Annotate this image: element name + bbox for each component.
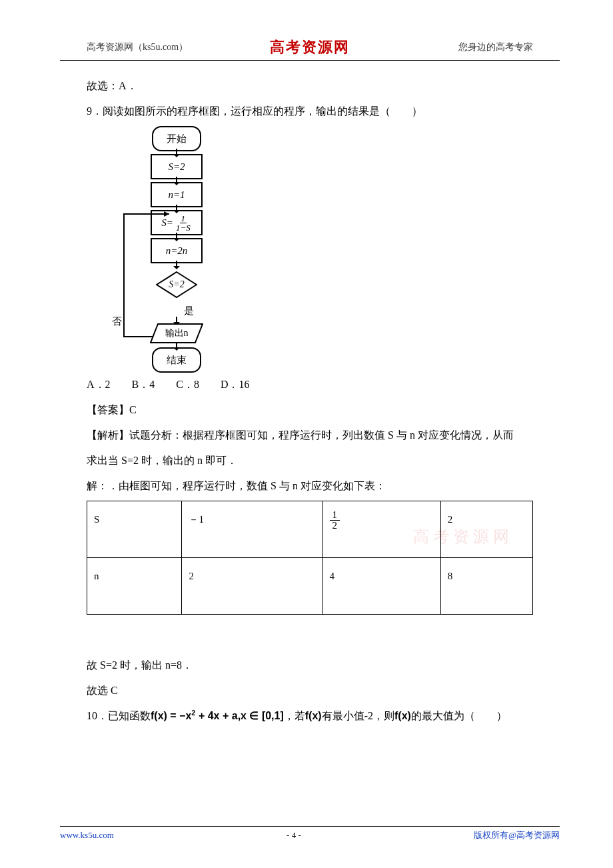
footer-left: www.ks5u.com bbox=[60, 830, 114, 841]
table-row: n 2 4 8 bbox=[87, 558, 533, 615]
flow-update-s-den: 1−S bbox=[175, 223, 192, 232]
cell-s-3: 2 bbox=[440, 501, 532, 558]
q10-mid: ，若 bbox=[284, 710, 305, 721]
cell-n-1: 2 bbox=[182, 558, 322, 615]
page-header: 高考资源网（ks5u.com） 高考资源网 您身边的高考专家 bbox=[60, 40, 560, 61]
q9-analysis-1: 【解析】试题分析：根据程序框图可知，程序运行时，列出数值 S 与 n 对应变化情… bbox=[87, 425, 533, 446]
flow-decision: S=2 bbox=[156, 271, 197, 298]
cell-s-header: S bbox=[87, 501, 182, 558]
flow-decision-label: S=2 bbox=[169, 275, 184, 294]
q9-flowchart: 开始 S=2 n=1 S= 1 1−S bbox=[120, 126, 233, 373]
prev-answer-conclusion: 故选：A． bbox=[87, 75, 533, 97]
q9-post-1: 故 S=2 时，输出 n=8． bbox=[87, 655, 533, 676]
q10-prefix: 10．已知函数 bbox=[87, 710, 151, 721]
header-center: 高考资源网 bbox=[270, 37, 350, 57]
q9-options: A．2 B．4 C．8 D．16 bbox=[87, 374, 533, 395]
header-right: 您身边的高考专家 bbox=[458, 41, 533, 53]
cell-n-3: 8 bbox=[440, 558, 532, 615]
cell-n-header: n bbox=[87, 558, 182, 615]
document-body: 故选：A． 9．阅读如图所示的程序框图，运行相应的程序，输出的结果是（ ） 开始… bbox=[60, 75, 560, 727]
cell-s-2-den: 2 bbox=[330, 521, 340, 531]
flow-output: 输出n bbox=[150, 323, 203, 343]
flow-yes-label: 是 bbox=[184, 301, 194, 321]
table-row: S －1 1 2 2 bbox=[87, 501, 533, 558]
q10-func: f(x) = −x2 + 4x + a,x ∈ [0,1] bbox=[151, 710, 284, 721]
cell-n-2: 4 bbox=[322, 558, 440, 615]
q10-fx: f(x) bbox=[305, 710, 322, 721]
q9-analysis-2: 求出当 S=2 时，输出的 n 即可． bbox=[87, 450, 533, 471]
q10-stem: 10．已知函数f(x) = −x2 + 4x + a,x ∈ [0,1]，若f(… bbox=[87, 705, 533, 727]
q9-value-table: S －1 1 2 2 n 2 4 8 bbox=[87, 501, 533, 615]
q10-cond: 有最小值-2，则 bbox=[322, 710, 394, 721]
footer-right: 版权所有@高考资源网 bbox=[474, 829, 560, 841]
page-footer: www.ks5u.com - 4 - 版权所有@高考资源网 bbox=[60, 826, 560, 841]
flow-update-s-num: 1 bbox=[180, 214, 187, 223]
q9-post-2: 故选 C bbox=[87, 680, 533, 701]
q9-answer: 【答案】C bbox=[87, 399, 533, 421]
q10-tail: 的最大值为（ ） bbox=[411, 710, 507, 721]
cell-s-2: 1 2 bbox=[322, 501, 440, 558]
q9-solution-lead: 解：．由框图可知，程序运行时，数值 S 与 n 对应变化如下表： bbox=[87, 475, 533, 497]
cell-s-1: －1 bbox=[182, 501, 322, 558]
footer-center: - 4 - bbox=[287, 830, 301, 841]
flow-loop: S= 1 1−S n=2n 否 S=2 bbox=[151, 207, 203, 301]
flow-output-label: 输出n bbox=[165, 324, 189, 343]
q10-fx2: f(x) bbox=[394, 710, 411, 721]
flow-no-label: 否 bbox=[112, 311, 122, 331]
flow-update-s-lhs: S= bbox=[161, 213, 173, 233]
flow-start: 开始 bbox=[152, 126, 201, 151]
q9-stem: 9．阅读如图所示的程序框图，运行相应的程序，输出的结果是（ ） bbox=[87, 101, 533, 122]
cell-s-2-num: 1 bbox=[330, 510, 340, 521]
header-left: 高考资源网（ks5u.com） bbox=[87, 41, 188, 53]
